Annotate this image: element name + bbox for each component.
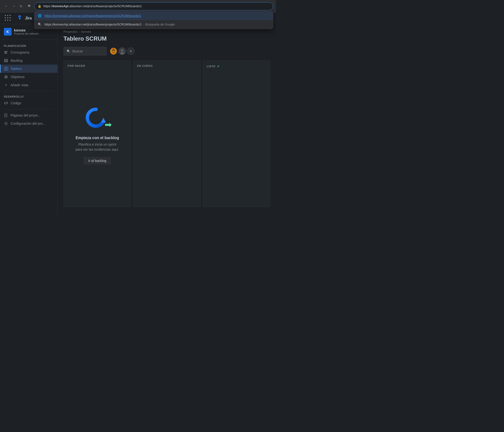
globe-icon: 🌐 <box>38 14 42 18</box>
url-text: https://konvexApi.atlassian.net/jira/sof… <box>43 4 142 8</box>
circular-arrow-icon <box>85 107 107 129</box>
forward-button[interactable]: → <box>10 3 17 9</box>
project-info: konvex Proyecto de software <box>14 28 54 35</box>
backlog-icon <box>4 58 8 63</box>
project-header: K konvex Proyecto de software <box>0 28 57 40</box>
development-section-label: DESARROLLO <box>0 93 57 99</box>
timeline-icon <box>4 50 8 54</box>
autocomplete-item-2[interactable]: 🔍 https://konvexApi.atlassian.net/jira/s… <box>34 20 273 29</box>
apps-grid-button[interactable] <box>4 14 12 23</box>
column-inprogress-header: EN CURSO <box>137 64 197 67</box>
back-button[interactable]: ← <box>3 3 10 9</box>
jira-logo-icon <box>16 15 23 22</box>
url-suffix: .atlassian.net/jira/software/projects/SC… <box>69 4 142 8</box>
sidebar-item-backlog[interactable]: Backlog <box>0 56 57 65</box>
green-arrow-icon: ➡ <box>105 120 112 130</box>
settings-icon <box>4 121 8 126</box>
configuracion-label: Configuración del pro... <box>10 122 45 125</box>
empty-state-icon: ➡ <box>83 107 112 131</box>
breadcrumb-konvex[interactable]: konvex <box>81 30 91 33</box>
search-icon-autocomplete: 🔍 <box>38 23 42 26</box>
breadcrumb-separator: / <box>79 30 80 33</box>
sidebar-item-add-view[interactable]: + Añadir vista <box>0 81 57 89</box>
breadcrumb: Proyectos / konvex <box>63 30 270 33</box>
main-content: Proyectos / konvex Tablero SCRUM 🔍 Busca… <box>58 24 276 216</box>
project-avatar: K <box>4 28 11 35</box>
autocomplete-url-2-text: https://konvexApi.atlassian.net/jira/sof… <box>45 23 142 26</box>
avatar-group: + <box>110 47 135 55</box>
sidebar-item-codigo[interactable]: Código <box>0 99 57 107</box>
sidebar-item-paginas[interactable]: Páginas del proye... <box>0 111 57 119</box>
pages-icon <box>4 113 8 117</box>
url-highlight: konvexApi <box>53 4 69 8</box>
empty-state-todo: ➡ Empieza con el backlog Planifica e ini… <box>68 71 127 200</box>
sidebar-item-tablero[interactable]: Tablero <box>0 65 57 73</box>
column-done: LISTO ✓ <box>203 60 270 207</box>
sidebar-item-cronograma[interactable]: Cronograma <box>0 48 57 56</box>
svg-point-20 <box>114 50 115 51</box>
empty-state-title: Empieza con el backlog <box>75 136 119 140</box>
page-title: Tablero SCRUM <box>63 35 270 42</box>
svg-point-11 <box>6 77 6 77</box>
autocomplete-dropdown: 🌐 https://konvexapi.atlassian.net/jira/s… <box>34 11 273 29</box>
code-icon <box>4 101 8 105</box>
paginas-label: Páginas del proye... <box>10 113 40 117</box>
lock-icon: 🔒 <box>38 5 41 8</box>
sidebar-divider-2 <box>4 109 54 109</box>
autocomplete-url-1: https://konvexapi.atlassian.net/jira/sof… <box>45 14 141 18</box>
svg-point-0 <box>19 18 20 19</box>
autocomplete-separator: - Búsqueda de Google <box>144 23 175 26</box>
column-todo-label: POR HACER <box>68 64 85 67</box>
svg-line-12 <box>6 102 7 104</box>
svg-rect-2 <box>4 52 7 53</box>
avatar-add-button[interactable]: + <box>127 47 135 55</box>
sidebar: K konvex Proyecto de software PLANIFICAC… <box>0 24 58 216</box>
svg-point-19 <box>112 50 113 51</box>
avatar-user-2[interactable] <box>118 47 126 55</box>
autocomplete-url-2: https://konvexApi.atlassian.net/jira/sof… <box>45 23 175 26</box>
add-view-label: Añadir vista <box>10 83 28 87</box>
tablero-label: Tablero <box>10 67 22 71</box>
svg-point-21 <box>113 49 115 51</box>
board-toolbar: 🔍 Buscar <box>63 47 270 55</box>
done-check-icon: ✓ <box>217 64 220 68</box>
svg-point-17 <box>6 123 7 124</box>
search-placeholder-board: Buscar <box>72 49 83 53</box>
address-bar[interactable]: 🔒 https://konvexApi.atlassian.net/jira/s… <box>34 2 273 10</box>
sidebar-item-objetivos[interactable]: Objetivos <box>0 73 57 81</box>
ir-al-backlog-button[interactable]: Ir al backlog <box>83 157 111 165</box>
svg-rect-5 <box>4 60 8 61</box>
svg-rect-7 <box>4 67 6 71</box>
bookmark-button[interactable]: ⚑ <box>26 3 32 9</box>
column-inprogress-label: EN CURSO <box>137 64 153 67</box>
board-icon <box>4 67 8 71</box>
jira-logo[interactable]: Jira <box>16 15 32 22</box>
column-inprogress: EN CURSO <box>133 60 200 207</box>
avatar-user-1[interactable] <box>110 47 117 55</box>
cronograma-label: Cronograma <box>10 51 29 54</box>
objectives-icon <box>4 75 8 79</box>
plus-icon: + <box>4 83 8 87</box>
avatar-letter: K <box>7 30 9 34</box>
planning-section-label: PLANIFICACIÓN <box>0 43 57 48</box>
column-done-header: LISTO ✓ <box>207 64 266 68</box>
autocomplete-item-1[interactable]: 🌐 https://konvexapi.atlassian.net/jira/s… <box>34 11 273 20</box>
board-search[interactable]: 🔍 Buscar <box>63 47 107 55</box>
objetivos-label: Objetivos <box>10 75 25 79</box>
backlog-label: Backlog <box>10 59 23 62</box>
column-todo-header: POR HACER <box>68 64 127 67</box>
browser-chrome: ← → ↻ ⚑ 🔒 https://konvexApi.atlassian.ne… <box>0 0 276 12</box>
svg-rect-8 <box>6 67 8 71</box>
empty-state-description: Planifica e inicia un sprintpara ver las… <box>75 142 119 152</box>
reload-button[interactable]: ↻ <box>18 3 24 9</box>
svg-rect-1 <box>4 51 8 52</box>
column-done-label: LISTO <box>207 65 216 68</box>
sidebar-divider-1 <box>4 91 54 91</box>
svg-point-24 <box>120 52 124 54</box>
sidebar-item-configuracion[interactable]: Configuración del pro... <box>0 119 57 128</box>
breadcrumb-proyectos[interactable]: Proyectos <box>63 30 77 33</box>
jira-logo-text: Jira <box>25 16 32 20</box>
project-type: Proyecto de software <box>14 32 54 35</box>
svg-point-23 <box>121 49 123 52</box>
svg-rect-6 <box>4 62 8 62</box>
